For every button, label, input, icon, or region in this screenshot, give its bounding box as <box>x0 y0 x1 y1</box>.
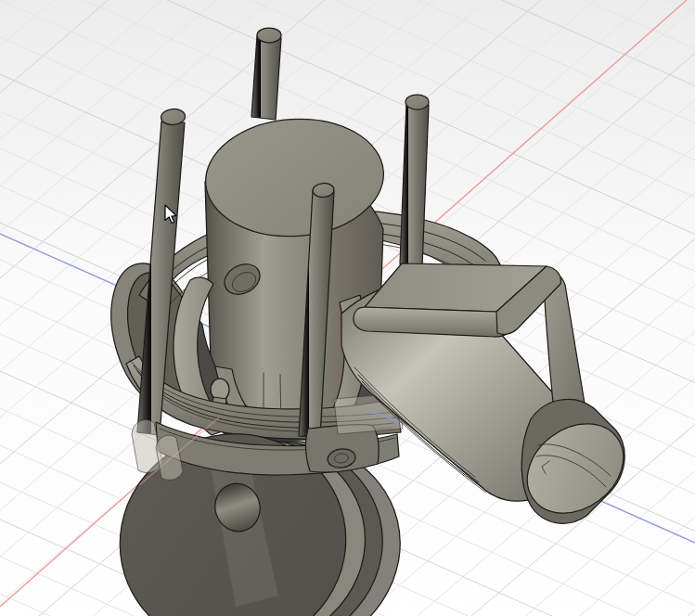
cad-app-window <box>0 0 695 616</box>
viewport-3d[interactable] <box>0 0 695 616</box>
